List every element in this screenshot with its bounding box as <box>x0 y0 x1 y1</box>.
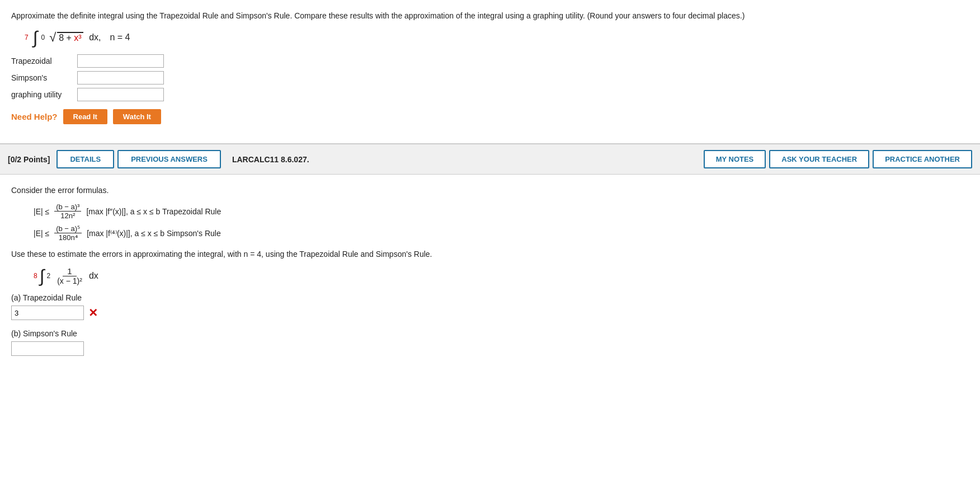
answer-grid: Trapezoidal Simpson's graphing utility <box>11 54 969 101</box>
int2-denominator: (x − 1)² <box>55 276 84 285</box>
sub-b-label: (b) Simpson's Rule <box>11 329 969 338</box>
simpsons-input[interactable] <box>77 71 164 84</box>
int2-lower: 2 <box>46 272 50 280</box>
formula2-left: |E| ≤ <box>34 229 49 238</box>
sub-a-label: (a) Trapezoidal Rule <box>11 293 969 302</box>
formula-row-simp: |E| ≤ (b − a)⁵ 180n⁴ [max |f⁽⁴⁾(x)|], a … <box>34 224 969 242</box>
graphing-label: graphing utility <box>11 90 73 99</box>
simpsons-label: Simpson's <box>11 73 73 82</box>
simpsons-row: Simpson's <box>11 71 969 84</box>
formula2-numerator: (b − a)⁵ <box>54 224 82 233</box>
watch-it-button[interactable]: Watch It <box>113 109 161 124</box>
right-buttons: MY NOTES ASK YOUR TEACHER PRACTICE ANOTH… <box>704 150 972 168</box>
header-bar: [0/2 Points] DETAILS PREVIOUS ANSWERS LA… <box>0 144 980 175</box>
use-text: Use these to estimate the errors in appr… <box>11 250 969 259</box>
sqrt-expression: √ 8 + x³ <box>49 30 83 45</box>
integral-lower: 0 <box>41 34 45 41</box>
input-b[interactable] <box>11 341 84 356</box>
consider-text: Consider the error formulas. <box>11 186 969 195</box>
input-a-row: ✕ <box>11 306 969 320</box>
integral-upper: 7 <box>25 34 29 41</box>
wrong-mark-a: ✕ <box>88 306 98 320</box>
my-notes-button[interactable]: MY NOTES <box>704 150 766 168</box>
problem-text: Approximate the definite integral using … <box>11 10 906 22</box>
int2-dx: dx <box>89 271 98 281</box>
int2-limits: 8 <box>34 272 37 280</box>
integral2-display: 8 ∫ 2 1 (x − 1)² dx <box>34 266 969 285</box>
input-a[interactable] <box>11 306 84 320</box>
practice-another-button[interactable]: PRACTICE ANOTHER <box>873 150 972 168</box>
top-section: Approximate the definite integral using … <box>0 0 980 133</box>
details-tab[interactable]: DETAILS <box>56 150 114 168</box>
formula-row-trap: |E| ≤ (b − a)³ 12n² [max |f″(x)|], a ≤ x… <box>34 203 969 220</box>
formula1-right: [max |f″(x)|], a ≤ x ≤ b Trapezoidal Rul… <box>86 207 221 216</box>
graphing-row: graphing utility <box>11 88 969 101</box>
main-content: Consider the error formulas. |E| ≤ (b − … <box>0 175 980 382</box>
formula2-fraction: (b − a)⁵ 180n⁴ <box>54 224 82 242</box>
input-b-row <box>11 341 969 356</box>
course-code: LARCALC11 8.6.027. <box>232 155 700 164</box>
points-label: [0/2 Points] <box>8 155 53 164</box>
x-cubed: x³ <box>74 33 81 43</box>
read-it-button[interactable]: Read It <box>63 109 107 124</box>
int2-symbol: ∫ <box>40 267 45 285</box>
formula2-denominator: 180n⁴ <box>57 233 79 242</box>
int2-upper: 8 <box>34 272 37 280</box>
formula1-numerator: (b − a)³ <box>54 203 81 212</box>
trapezoidal-label: Trapezoidal <box>11 57 73 65</box>
formula-block: |E| ≤ (b − a)³ 12n² [max |f″(x)|], a ≤ x… <box>34 203 969 242</box>
integral-limits: 7 <box>25 34 29 41</box>
trapezoidal-row: Trapezoidal <box>11 54 969 68</box>
integral-symbol: ∫ <box>33 29 38 46</box>
graphing-input[interactable] <box>77 88 164 101</box>
need-help: Need Help? Read It Watch It <box>11 109 969 124</box>
integral-limits-lower: 0 <box>41 34 45 41</box>
formula1-fraction: (b − a)³ 12n² <box>54 203 81 220</box>
dx-text: dx, <box>87 32 101 43</box>
ask-teacher-button[interactable]: ASK YOUR TEACHER <box>769 150 869 168</box>
trapezoidal-input[interactable] <box>77 54 164 68</box>
formula1-left: |E| ≤ <box>34 207 49 216</box>
int2-fraction: 1 (x − 1)² <box>55 266 84 285</box>
int2-limits-lower: 2 <box>46 272 50 280</box>
int2-numerator: 1 <box>63 266 76 276</box>
n-equals: n = 4 <box>110 32 130 43</box>
sqrt-radical: √ <box>49 30 56 45</box>
formula1-denominator: 12n² <box>59 212 77 220</box>
sqrt-content: 8 + x³ <box>57 32 83 43</box>
formula2-right: [max |f⁽⁴⁾(x)|], a ≤ x ≤ b Simpson's Rul… <box>87 229 221 238</box>
need-help-label: Need Help? <box>11 112 58 121</box>
previous-answers-tab[interactable]: PREVIOUS ANSWERS <box>117 150 221 168</box>
integral-display: 7 ∫ 0 √ 8 + x³ dx, n = 4 <box>25 29 969 46</box>
